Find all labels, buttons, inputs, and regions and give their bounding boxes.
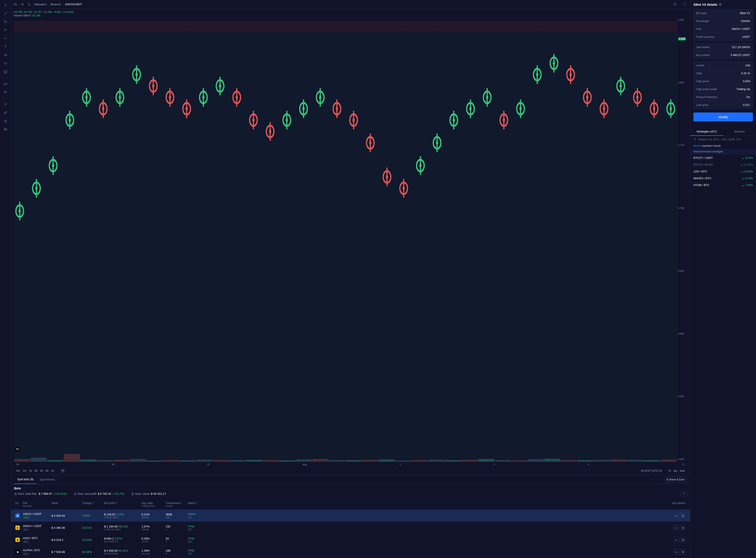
fullscreen-icon[interactable] <box>682 2 687 7</box>
range-1d[interactable]: 1d <box>40 469 43 472</box>
settings-icon[interactable] <box>672 2 678 7</box>
bot-chart-icon[interactable] <box>673 537 679 542</box>
strategy-row[interactable]: BTCST / BUSD13.08% <box>690 161 756 168</box>
goto-date-icon[interactable] <box>61 469 65 473</box>
bot-stop-icon[interactable] <box>680 513 686 518</box>
lock-tool-icon[interactable] <box>2 118 9 124</box>
bot-row[interactable]: ◆AGIX / BTCDCA$ 8 519.220.93%$ 660.1 9.3… <box>11 534 690 546</box>
detail-row: Bot typeSBot V2 <box>694 9 753 17</box>
detail-row: High price0.834 <box>694 77 753 85</box>
bot-stop-icon[interactable] <box>680 525 686 531</box>
tab-spot-history[interactable]: Spot history <box>36 475 58 484</box>
bot-chart-icon[interactable] <box>673 525 679 531</box>
svg-point-126 <box>653 107 655 110</box>
svg-point-93 <box>470 107 472 110</box>
svg-point-27 <box>102 107 104 110</box>
text-tool-icon[interactable] <box>2 44 9 50</box>
strategy-row[interactable]: LDO / BTC12.03% <box>690 168 756 175</box>
svg-point-69 <box>336 107 338 110</box>
crosshair-tool-icon[interactable] <box>2 2 9 8</box>
scale-auto[interactable]: auto <box>680 469 685 472</box>
svg-point-78 <box>386 175 388 179</box>
svg-point-21 <box>69 119 71 122</box>
bot-chart-icon[interactable] <box>673 513 679 518</box>
trendline-tool-icon[interactable] <box>2 10 9 17</box>
ruler-tool-icon[interactable] <box>2 81 9 87</box>
bots-panel: Spot bots (9) Spot history $ Share & Ear… <box>11 475 690 558</box>
fx-icon[interactable]: fx <box>28 2 30 6</box>
help-icon[interactable]: ? <box>719 3 722 6</box>
tab-spot-bots[interactable]: Spot bots (9) <box>14 475 36 484</box>
detail-row: ExchangeGemini <box>694 17 753 25</box>
bot-stop-icon[interactable] <box>680 549 686 555</box>
svg-point-108 <box>553 61 555 65</box>
emoji-tool-icon[interactable] <box>2 69 9 75</box>
help-icon[interactable]: ? <box>14 492 17 496</box>
bot-row[interactable]: ◆1INCH / USDTGRID$ 4 025.443.04%$ 126.02… <box>11 510 690 522</box>
pencil-tool-icon[interactable] <box>2 109 9 116</box>
candle-style-icon[interactable] <box>21 3 24 6</box>
tab-balance[interactable]: Balance <box>723 128 756 136</box>
filter-icon[interactable] <box>681 491 687 497</box>
zoom-tool-icon[interactable] <box>2 89 9 96</box>
strategy-row[interactable]: BTCST / USDT13.5% <box>690 154 756 161</box>
brush-tool-icon[interactable] <box>2 35 9 42</box>
strategy-search-input[interactable] <box>699 138 753 141</box>
horizontal-lines-icon[interactable] <box>2 19 9 25</box>
bot-row[interactable]: ▩ALPHA / BTCDCA$ 7 526.8860.08%$ 2 600.6… <box>11 546 690 558</box>
long-short-tool-icon[interactable] <box>2 60 9 67</box>
range-1h[interactable]: 1h <box>51 469 54 472</box>
svg-rect-7 <box>4 121 6 122</box>
eye-tool-icon[interactable] <box>2 126 9 133</box>
svg-point-72 <box>353 119 355 122</box>
svg-point-9 <box>675 4 676 5</box>
svg-point-75 <box>369 141 371 145</box>
bot-stop-icon[interactable] <box>680 537 686 542</box>
interval-selector[interactable]: 1h <box>14 3 17 6</box>
chart-plot[interactable]: TV <box>14 17 677 462</box>
svg-point-99 <box>503 119 505 122</box>
svg-point-39 <box>169 96 171 99</box>
detail-row: Step0.32 % <box>694 70 753 77</box>
svg-point-111 <box>570 73 572 76</box>
range-3m[interactable]: 3m <box>16 469 20 472</box>
modify-button[interactable]: Modify <box>694 112 753 122</box>
scale-%[interactable]: % <box>669 469 671 472</box>
bot-chart-icon[interactable] <box>673 549 679 555</box>
range-3d[interactable]: 3d <box>34 469 37 472</box>
pair-label[interactable]: 1INCH/USDT <box>65 3 82 6</box>
scale-log[interactable]: log <box>674 469 677 472</box>
range-1m[interactable]: 1m <box>23 469 26 472</box>
detail-row: Low price0.521 <box>694 101 753 109</box>
price-axis[interactable]: 0.8500.8000.7500.7000.6500.6000.5500.500… <box>677 17 687 462</box>
share-earn-button[interactable]: $ Share & Earn <box>664 477 687 482</box>
svg-point-4 <box>6 71 6 72</box>
help-icon[interactable]: ? <box>116 502 117 505</box>
magnet-tool-icon[interactable] <box>2 101 9 108</box>
help-icon[interactable]: ? <box>196 502 197 505</box>
help-icon[interactable]: ? <box>74 492 77 496</box>
exchange-label[interactable]: Binance <box>51 3 61 6</box>
time-axis[interactable]: 293031Aug234 <box>14 462 687 467</box>
detail-row: Buy orders3 490.57 USDT <box>694 51 753 59</box>
svg-point-120 <box>620 84 622 88</box>
pattern-tool-icon[interactable] <box>2 52 9 58</box>
range-6h[interactable]: 6h <box>46 469 48 472</box>
tab-strategies[interactable]: Strategies (427) <box>690 128 723 136</box>
indicators-button[interactable]: Indicators <box>34 3 47 6</box>
clock-label: 18:16:27 (UTC+3) <box>641 469 662 472</box>
svg-point-114 <box>586 96 588 99</box>
svg-point-3 <box>5 71 5 72</box>
strategy-row[interactable]: WAVES / BTC8.13% <box>690 175 756 182</box>
bot-row[interactable]: ◆1INCH / USDTDCA$ 4 366.3633.51%$ 1 184.… <box>11 522 690 534</box>
svg-point-123 <box>636 96 638 99</box>
backtest-label: Month backtest result <box>690 143 756 149</box>
range-7d[interactable]: 7d <box>29 469 32 472</box>
pitchfork-tool-icon[interactable] <box>2 27 9 33</box>
help-icon[interactable]: ? <box>131 492 134 496</box>
detail-row: High price modeTrailing Up <box>694 85 753 93</box>
help-icon[interactable]: ? <box>92 502 94 505</box>
axis-settings-icon[interactable] <box>682 463 685 466</box>
chart-panel: 1h fx Indicators Binance 1INCH/USDT O0.7… <box>11 0 690 475</box>
strategy-row[interactable]: ATOM / BTC7.28% <box>690 182 756 188</box>
